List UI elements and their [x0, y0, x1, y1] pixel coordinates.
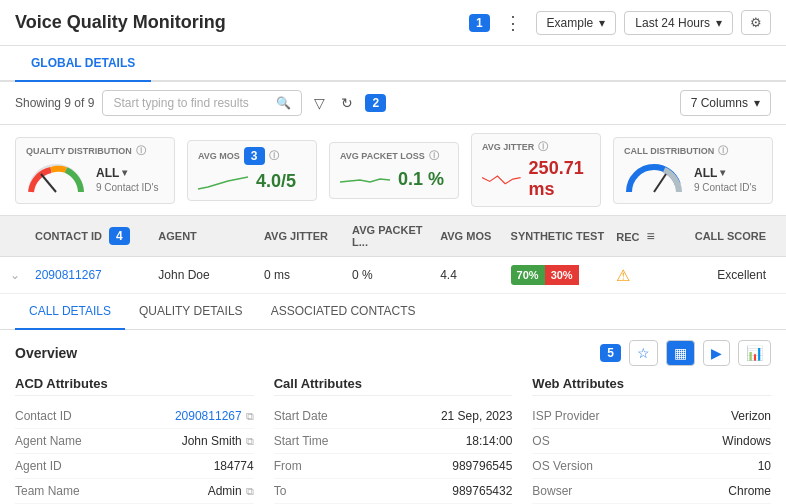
web-attr-title: Web Attributes [532, 376, 771, 396]
start-time-value: 18:14:00 [466, 434, 513, 448]
attr-label: Start Date [274, 409, 328, 423]
attr-row-agent-name: Agent Name John Smith ⧉ [15, 429, 254, 454]
chevron-down-icon: ▾ [754, 96, 760, 110]
contact-id-link[interactable]: 2090811267 [35, 268, 102, 282]
jitter-value: 0 ms [264, 268, 290, 282]
agent-name: John Doe [158, 268, 209, 282]
data-table: CONTACT ID 4 AGENT AVG JITTER AVG PACKET… [0, 216, 786, 294]
call-attr-title: Call Attributes [274, 376, 513, 396]
overview-right: 5 ☆ ▦ ▶ 📊 [600, 340, 771, 366]
star-button[interactable]: ☆ [629, 340, 658, 366]
detail-tab-bar: CALL DETAILS QUALITY DETAILS ASSOCIATED … [0, 294, 786, 330]
table-header: CONTACT ID 4 AGENT AVG JITTER AVG PACKET… [0, 216, 786, 257]
avg-mos-value: 4.0/5 [256, 171, 296, 192]
attr-row-to: To 989765432 [274, 479, 513, 504]
quality-distribution-card: QUALITY DISTRIBUTION ⓘ ALL ▾ 9 Contact I… [15, 137, 175, 204]
attr-row-isp: ISP Provider Verizon [532, 404, 771, 429]
acd-title: ACD Attributes [15, 376, 254, 396]
from-value: 989796545 [452, 459, 512, 473]
attr-row-contact-id: Contact ID 2090811267 ⧉ [15, 404, 254, 429]
attr-row-start-date: Start Date 21 Sep, 2023 [274, 404, 513, 429]
chart-button[interactable]: 📊 [738, 340, 771, 366]
table-row: ⌄ 2090811267 John Doe 0 ms 0 % 4.4 70% 3… [0, 257, 786, 294]
menu-icon[interactable]: ≡ [647, 228, 655, 244]
attr-label: Start Time [274, 434, 329, 448]
example-select[interactable]: Example ▾ [536, 11, 617, 35]
tab-call-details[interactable]: CALL DETAILS [15, 294, 125, 330]
quality-gauge: ALL ▾ 9 Contact ID's [26, 162, 159, 197]
tab-associated-contacts[interactable]: ASSOCIATED CONTACTS [257, 294, 430, 330]
table-view-button[interactable]: ▦ [666, 340, 695, 366]
attributes-grid: ACD Attributes Contact ID 2090811267 ⧉ A… [15, 376, 771, 504]
call-distribution-card: CALL DISTRIBUTION ⓘ ALL ▾ 9 Contact ID's [613, 137, 773, 204]
attr-label: Contact ID [15, 409, 72, 423]
tab-global-details[interactable]: GLOBAL DETAILS [15, 46, 151, 82]
timerange-select[interactable]: Last 24 Hours ▾ [624, 11, 733, 35]
agent-id-value: 184774 [214, 459, 254, 473]
copy-icon[interactable]: ⧉ [246, 410, 254, 423]
audio-button[interactable]: ▶ [703, 340, 730, 366]
info-icon: ⓘ [429, 149, 439, 163]
copy-icon[interactable]: ⧉ [246, 435, 254, 448]
filter-icon-button[interactable]: ▽ [310, 93, 329, 113]
main-tab-bar: GLOBAL DETAILS [0, 46, 786, 82]
columns-select[interactable]: 7 Columns ▾ [680, 90, 771, 116]
avg-mos-card: AVG MOS 3 ⓘ 4.0/5 [187, 140, 317, 201]
col-header-mos: AVG MOS [440, 230, 510, 242]
badge-3: 3 [244, 147, 265, 165]
svg-line-0 [41, 174, 56, 192]
contact-id-value: 2090811267 [175, 409, 242, 423]
os-version-value: 10 [758, 459, 771, 473]
header-controls: Example ▾ Last 24 Hours ▾ ⚙ [536, 10, 771, 35]
col-header-agent: AGENT [158, 230, 264, 242]
attr-row-os: OS Windows [532, 429, 771, 454]
chevron-down-icon: ▾ [716, 16, 722, 30]
col-header-packet: AVG PACKET L... [352, 224, 440, 248]
attr-row-agent-id: Agent ID 184774 [15, 454, 254, 479]
rec-icon: ⚠ [616, 267, 630, 284]
badge-5: 5 [600, 344, 621, 362]
call-dist-mode: ALL ▾ [694, 166, 757, 180]
attr-label: ISP Provider [532, 409, 599, 423]
attr-row-os-version: OS Version 10 [532, 454, 771, 479]
avg-packet-card: AVG PACKET LOSS ⓘ 0.1 % [329, 142, 459, 199]
to-value: 989765432 [452, 484, 512, 498]
search-placeholder: Start typing to find results [113, 96, 248, 110]
avg-jitter-card: AVG JITTER ⓘ 250.71 ms [471, 133, 601, 207]
attr-row-browser: Bowser Chrome [532, 479, 771, 504]
web-attributes-section: Web Attributes ISP Provider Verizon OS W… [532, 376, 771, 504]
attr-label: To [274, 484, 287, 498]
call-attributes-section: Call Attributes Start Date 21 Sep, 2023 … [274, 376, 513, 504]
attr-label: From [274, 459, 302, 473]
badge-2: 2 [365, 94, 386, 112]
expand-icon[interactable]: ⌄ [10, 268, 20, 282]
more-options-button[interactable]: ⋮ [500, 12, 526, 34]
attr-row-from: From 989796545 [274, 454, 513, 479]
page-title: Voice Quality Monitoring [15, 12, 459, 33]
col-header-score: CALL SCORE [678, 230, 776, 242]
agent-name-value: John Smith [182, 434, 242, 448]
overview-title: Overview [15, 345, 77, 361]
attr-row-start-time: Start Time 18:14:00 [274, 429, 513, 454]
quality-dist-label: QUALITY DISTRIBUTION ⓘ [26, 144, 146, 158]
filter-button[interactable]: ⚙ [741, 10, 771, 35]
showing-count: Showing 9 of 9 [15, 96, 94, 110]
badge-4: 4 [109, 227, 130, 245]
svg-line-1 [654, 174, 666, 192]
refresh-button[interactable]: ↻ [337, 93, 357, 113]
attr-label: Agent Name [15, 434, 82, 448]
app-header: Voice Quality Monitoring 1 ⋮ Example ▾ L… [0, 0, 786, 46]
metrics-row: QUALITY DISTRIBUTION ⓘ ALL ▾ 9 Contact I… [0, 125, 786, 216]
search-box[interactable]: Start typing to find results 🔍 [102, 90, 302, 116]
isp-value: Verizon [731, 409, 771, 423]
info-icon: ⓘ [718, 144, 728, 158]
chevron-down-icon: ▾ [599, 16, 605, 30]
info-icon: ⓘ [538, 140, 548, 154]
badge-1: 1 [469, 14, 490, 32]
start-date-value: 21 Sep, 2023 [441, 409, 512, 423]
search-icon: 🔍 [276, 96, 291, 110]
col-header-rec: REC ≡ [616, 228, 678, 244]
copy-icon[interactable]: ⧉ [246, 485, 254, 498]
tab-quality-details[interactable]: QUALITY DETAILS [125, 294, 257, 330]
attr-label: Agent ID [15, 459, 62, 473]
